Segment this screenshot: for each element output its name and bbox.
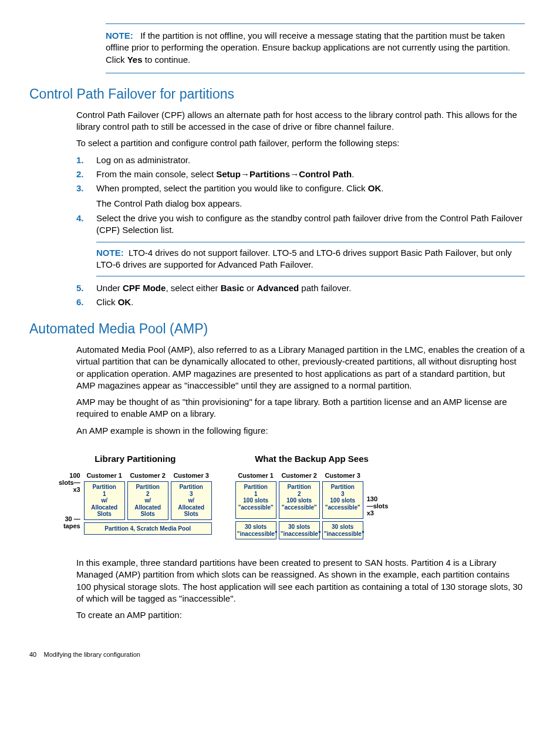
figure-left: Library Partitioning 100slots—x3 30 —tap…	[59, 453, 212, 539]
slot-cell: 30 slots"inaccessible"	[235, 521, 276, 539]
page-number: 40	[29, 651, 36, 658]
step-3: 3. When prompted, select the partition y…	[76, 183, 525, 210]
cust-label: Customer 1	[237, 472, 275, 479]
p-cpf-intro: Control Path Failover (CPF) allows an al…	[76, 109, 525, 133]
cpf-steps: 1.Log on as administrator. 2. From the m…	[76, 154, 525, 309]
heading-amp: Automated Media Pool (AMP)	[29, 320, 525, 338]
note-lto-support: NOTE: LTO-4 drives do not support failov…	[96, 242, 525, 276]
cust-label: Customer 3	[323, 472, 362, 479]
step-3-sub: The Control Path dialog box appears.	[96, 198, 525, 210]
cust-label: Customer 2	[129, 472, 167, 479]
slot-cell: 30 slots"inaccessible"	[322, 521, 363, 539]
partition-cell: Partition3w/AllocatedSlots	[171, 481, 212, 520]
amp-figure: Library Partitioning 100slots—x3 30 —tap…	[59, 453, 525, 539]
step-6: 6. Click OK.	[76, 296, 525, 308]
cust-label: Customer 1	[85, 472, 124, 479]
slot-cell: 30 slots"inaccessible"	[279, 521, 320, 539]
fig-left-title: Library Partitioning	[59, 453, 212, 465]
partition-4-cell: Partition 4, Scratch Media Pool	[84, 522, 212, 535]
partition-cell: Partition2w/AllocatedSlots	[127, 481, 168, 520]
partition-cell: Partition1w/AllocatedSlots	[84, 481, 125, 520]
section2-body-after: In this example, three standard partitio…	[76, 557, 525, 621]
step-2: 2. From the main console, select Setup→P…	[76, 168, 525, 180]
note-text-b: to continue.	[143, 55, 191, 65]
figure-right: What the Backup App Sees Customer 1 Cust…	[235, 453, 389, 539]
partition-cell: Partition1100 slots"accessible"	[235, 481, 276, 519]
page-footer: 40 Modifying the library configuration	[29, 650, 525, 659]
cust-label: Customer 3	[172, 472, 211, 479]
step-1: 1.Log on as administrator.	[76, 154, 525, 166]
p-amp-example-desc: In this example, three standard partitio…	[76, 557, 525, 605]
note-partition-offline: NOTE: If the partition is not offline, y…	[106, 23, 525, 73]
partition-cell: Partition3100 slots"accessible"	[322, 481, 363, 519]
p-amp-intro: Automated Media Pool (AMP), also referre…	[76, 344, 525, 391]
p-amp-example-intro: An AMP example is shown in the following…	[76, 425, 525, 437]
note-label: NOTE:	[106, 31, 133, 40]
right-slots-label: 130—slotsx3	[367, 495, 389, 517]
section2-body: Automated Media Pool (AMP), also referre…	[76, 344, 525, 437]
yes-text: Yes	[127, 55, 143, 65]
p-amp-create: To create an AMP partition:	[76, 609, 525, 621]
footer-title: Modifying the library configuration	[43, 651, 140, 658]
heading-cpf: Control Path Failover for partitions	[29, 85, 525, 103]
section1-body: Control Path Failover (CPF) allows an al…	[76, 109, 525, 150]
cust-label: Customer 2	[280, 472, 319, 479]
step-4: 4. Select the drive you wish to configur…	[76, 212, 525, 276]
p-cpf-steps-intro: To select a partition and configure cont…	[76, 137, 525, 149]
step-5: 5. Under CPF Mode, select either Basic o…	[76, 282, 525, 294]
fig-right-title: What the Backup App Sees	[235, 453, 389, 465]
partition-cell: Partition2100 slots"accessible"	[279, 481, 320, 519]
p-amp-thin: AMP may be thought of as "thin provision…	[76, 396, 525, 420]
